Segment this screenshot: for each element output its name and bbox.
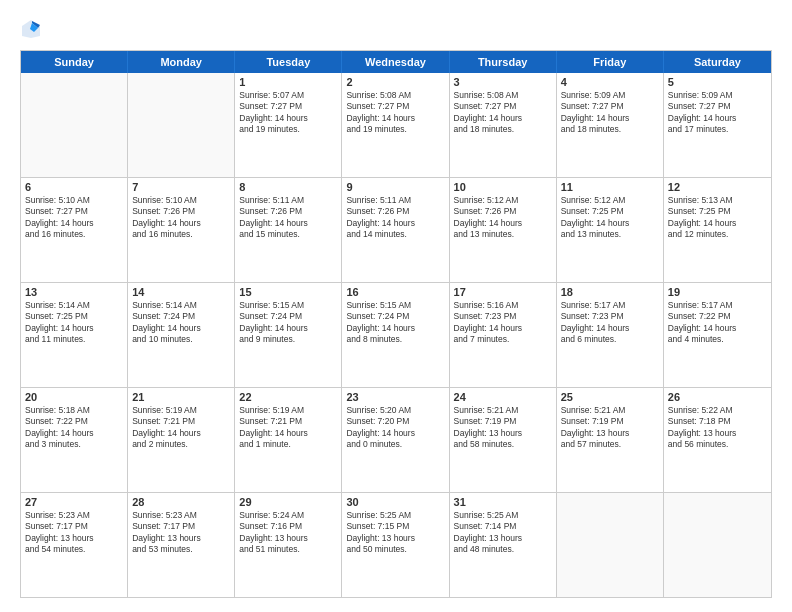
cell-line: Daylight: 13 hours — [454, 428, 552, 439]
cell-line: Sunset: 7:26 PM — [346, 206, 444, 217]
day-cell-8: 8Sunrise: 5:11 AMSunset: 7:26 PMDaylight… — [235, 178, 342, 282]
day-cell-14: 14Sunrise: 5:14 AMSunset: 7:24 PMDayligh… — [128, 283, 235, 387]
cell-line: and 3 minutes. — [25, 439, 123, 450]
day-cell-26: 26Sunrise: 5:22 AMSunset: 7:18 PMDayligh… — [664, 388, 771, 492]
cell-line: Sunrise: 5:08 AM — [346, 90, 444, 101]
cell-line: Daylight: 13 hours — [25, 533, 123, 544]
cal-header-saturday: Saturday — [664, 51, 771, 73]
cell-line: Sunset: 7:24 PM — [239, 311, 337, 322]
day-number: 20 — [25, 391, 123, 403]
cell-line: Sunset: 7:18 PM — [668, 416, 767, 427]
cell-line: Sunrise: 5:22 AM — [668, 405, 767, 416]
logo — [20, 18, 46, 40]
cell-line: and 11 minutes. — [25, 334, 123, 345]
cell-line: Sunrise: 5:17 AM — [668, 300, 767, 311]
day-cell-13: 13Sunrise: 5:14 AMSunset: 7:25 PMDayligh… — [21, 283, 128, 387]
cell-line: Daylight: 14 hours — [454, 113, 552, 124]
cell-line: and 13 minutes. — [561, 229, 659, 240]
cell-line: Sunrise: 5:12 AM — [561, 195, 659, 206]
calendar-week-5: 27Sunrise: 5:23 AMSunset: 7:17 PMDayligh… — [21, 492, 771, 597]
day-cell-1: 1Sunrise: 5:07 AMSunset: 7:27 PMDaylight… — [235, 73, 342, 177]
cell-line: Sunrise: 5:15 AM — [239, 300, 337, 311]
cell-line: Daylight: 14 hours — [454, 323, 552, 334]
cell-line: and 18 minutes. — [561, 124, 659, 135]
cell-line: and 51 minutes. — [239, 544, 337, 555]
cell-line: Sunrise: 5:21 AM — [561, 405, 659, 416]
cell-line: Sunset: 7:15 PM — [346, 521, 444, 532]
cell-line: Daylight: 13 hours — [346, 533, 444, 544]
cell-line: Sunset: 7:16 PM — [239, 521, 337, 532]
cell-line: Daylight: 14 hours — [239, 323, 337, 334]
cell-line: Sunrise: 5:19 AM — [132, 405, 230, 416]
cell-line: Sunrise: 5:17 AM — [561, 300, 659, 311]
cell-line: Sunrise: 5:20 AM — [346, 405, 444, 416]
cell-line: and 19 minutes. — [239, 124, 337, 135]
day-number: 14 — [132, 286, 230, 298]
cell-line: Sunset: 7:23 PM — [561, 311, 659, 322]
cell-line: and 14 minutes. — [346, 229, 444, 240]
cell-line: Sunset: 7:25 PM — [25, 311, 123, 322]
cell-line: Daylight: 14 hours — [132, 218, 230, 229]
day-cell-20: 20Sunrise: 5:18 AMSunset: 7:22 PMDayligh… — [21, 388, 128, 492]
day-cell-23: 23Sunrise: 5:20 AMSunset: 7:20 PMDayligh… — [342, 388, 449, 492]
day-cell-2: 2Sunrise: 5:08 AMSunset: 7:27 PMDaylight… — [342, 73, 449, 177]
cell-line: and 53 minutes. — [132, 544, 230, 555]
cell-line: Daylight: 14 hours — [239, 218, 337, 229]
day-cell-29: 29Sunrise: 5:24 AMSunset: 7:16 PMDayligh… — [235, 493, 342, 597]
calendar: SundayMondayTuesdayWednesdayThursdayFrid… — [20, 50, 772, 598]
cell-line: and 19 minutes. — [346, 124, 444, 135]
day-number: 4 — [561, 76, 659, 88]
cell-line: Sunrise: 5:14 AM — [132, 300, 230, 311]
cell-line: Sunset: 7:26 PM — [132, 206, 230, 217]
day-number: 1 — [239, 76, 337, 88]
cell-line: Daylight: 14 hours — [25, 323, 123, 334]
logo-icon — [20, 18, 42, 40]
cell-line: Sunset: 7:25 PM — [668, 206, 767, 217]
cell-line: Daylight: 14 hours — [346, 218, 444, 229]
cell-line: Sunrise: 5:16 AM — [454, 300, 552, 311]
day-number: 13 — [25, 286, 123, 298]
cell-line: Sunrise: 5:10 AM — [25, 195, 123, 206]
cell-line: and 18 minutes. — [454, 124, 552, 135]
cell-line: Sunset: 7:20 PM — [346, 416, 444, 427]
cell-line: Sunrise: 5:18 AM — [25, 405, 123, 416]
cell-line: Daylight: 13 hours — [132, 533, 230, 544]
calendar-week-3: 13Sunrise: 5:14 AMSunset: 7:25 PMDayligh… — [21, 282, 771, 387]
page: SundayMondayTuesdayWednesdayThursdayFrid… — [0, 0, 792, 612]
day-number: 8 — [239, 181, 337, 193]
day-number: 31 — [454, 496, 552, 508]
day-number: 18 — [561, 286, 659, 298]
cell-line: and 10 minutes. — [132, 334, 230, 345]
day-cell-16: 16Sunrise: 5:15 AMSunset: 7:24 PMDayligh… — [342, 283, 449, 387]
cell-line: Sunset: 7:17 PM — [132, 521, 230, 532]
cell-line: Sunrise: 5:08 AM — [454, 90, 552, 101]
cell-line: Daylight: 14 hours — [561, 323, 659, 334]
calendar-week-1: 1Sunrise: 5:07 AMSunset: 7:27 PMDaylight… — [21, 73, 771, 177]
cell-line: Sunrise: 5:19 AM — [239, 405, 337, 416]
empty-cell — [664, 493, 771, 597]
cell-line: Sunset: 7:27 PM — [25, 206, 123, 217]
cal-header-sunday: Sunday — [21, 51, 128, 73]
cell-line: and 6 minutes. — [561, 334, 659, 345]
cell-line: Sunset: 7:27 PM — [239, 101, 337, 112]
cell-line: Sunset: 7:19 PM — [561, 416, 659, 427]
calendar-body: 1Sunrise: 5:07 AMSunset: 7:27 PMDaylight… — [21, 73, 771, 597]
day-cell-19: 19Sunrise: 5:17 AMSunset: 7:22 PMDayligh… — [664, 283, 771, 387]
cell-line: Daylight: 14 hours — [239, 113, 337, 124]
cell-line: Sunset: 7:21 PM — [132, 416, 230, 427]
cell-line: Sunrise: 5:25 AM — [346, 510, 444, 521]
day-cell-30: 30Sunrise: 5:25 AMSunset: 7:15 PMDayligh… — [342, 493, 449, 597]
cal-header-monday: Monday — [128, 51, 235, 73]
day-number: 15 — [239, 286, 337, 298]
day-cell-27: 27Sunrise: 5:23 AMSunset: 7:17 PMDayligh… — [21, 493, 128, 597]
day-cell-25: 25Sunrise: 5:21 AMSunset: 7:19 PMDayligh… — [557, 388, 664, 492]
cell-line: and 0 minutes. — [346, 439, 444, 450]
cell-line: Sunrise: 5:07 AM — [239, 90, 337, 101]
cell-line: and 50 minutes. — [346, 544, 444, 555]
cell-line: Sunset: 7:14 PM — [454, 521, 552, 532]
cal-header-friday: Friday — [557, 51, 664, 73]
cell-line: Sunrise: 5:13 AM — [668, 195, 767, 206]
cell-line: Daylight: 14 hours — [668, 113, 767, 124]
cell-line: Sunset: 7:25 PM — [561, 206, 659, 217]
cell-line: Sunrise: 5:15 AM — [346, 300, 444, 311]
